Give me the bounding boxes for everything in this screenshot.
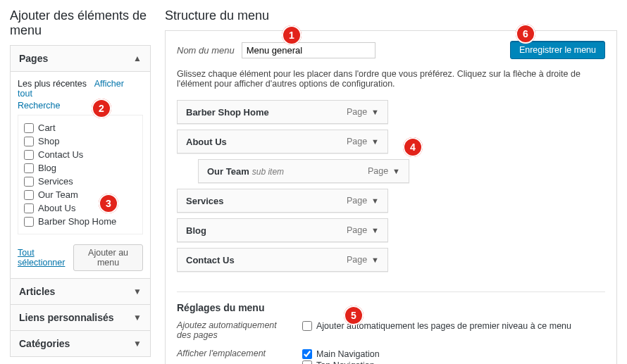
settings-heading: Réglages du menu <box>177 302 605 313</box>
page-item-label: Our Team <box>38 189 78 200</box>
drag-hint: Glissez chaque élément pour les placer d… <box>177 69 605 89</box>
page-item-label: Contact Us <box>38 149 83 160</box>
auto-add-checkbox[interactable] <box>302 321 312 331</box>
page-item[interactable]: Shop <box>24 134 137 148</box>
menu-item-title: Services <box>186 196 224 206</box>
location-label: Top Navigation <box>316 360 375 364</box>
chevron-down-icon: ▼ <box>392 167 400 175</box>
page-item[interactable]: Services <box>24 175 137 188</box>
accordion-articles[interactable]: Articles ▼ <box>10 279 151 305</box>
accordion-pages[interactable]: Pages ▲ Les plus récentes Afficher tout … <box>10 45 151 279</box>
location-label: Main Navigation <box>316 349 380 359</box>
page-checkbox[interactable] <box>24 150 34 160</box>
tab-search[interactable]: Recherche <box>18 101 60 111</box>
page-item-label: Blog <box>38 163 56 173</box>
page-checkbox[interactable] <box>24 177 34 187</box>
pages-list: Cart Shop Contact Us Blog Services Our T… <box>18 115 143 234</box>
page-checkbox[interactable] <box>24 123 34 133</box>
menu-name-label: Nom du menu <box>177 45 235 56</box>
menu-item-type: Page <box>347 225 367 235</box>
menu-sub-item[interactable]: Our Teamsub item Page▼ <box>198 159 409 183</box>
chevron-down-icon: ▼ <box>133 313 142 322</box>
auto-add-label: Ajoutez automatiquement des pages <box>177 320 290 340</box>
location-checkbox[interactable] <box>302 360 312 364</box>
menu-item-type: Page <box>347 196 367 206</box>
menu-item[interactable]: About Us Page▼ <box>177 130 388 153</box>
menu-item-title: Our Team <box>207 166 249 177</box>
menu-item-type: Page <box>347 107 367 117</box>
page-item-label: Services <box>38 176 73 187</box>
menu-item-title: About Us <box>186 137 227 147</box>
menu-structure-list: Barber Shop Home Page▼ About Us Page▼ Ou… <box>177 100 605 272</box>
menu-item-title: Blog <box>186 225 206 236</box>
accordion-categories-title: Catégories <box>19 338 70 349</box>
menu-item[interactable]: Barber Shop Home Page▼ <box>177 100 388 124</box>
accordion-articles-title: Articles <box>19 286 55 297</box>
save-menu-button[interactable]: Enregistrer le menu <box>510 41 605 59</box>
menu-item-type: Page <box>368 166 388 176</box>
page-item[interactable]: Contact Us <box>24 148 137 161</box>
accordion-links-title: Liens personnalisés <box>19 312 114 323</box>
menu-item-title: Contact Us <box>186 255 235 265</box>
page-checkbox[interactable] <box>24 163 34 173</box>
chevron-down-icon: ▼ <box>371 196 379 205</box>
location-option[interactable]: Top Navigation <box>302 360 415 364</box>
page-item-label: Cart <box>38 123 56 133</box>
tab-recent[interactable]: Les plus récentes <box>18 79 87 89</box>
chevron-down-icon: ▼ <box>371 108 379 116</box>
divider <box>177 291 605 292</box>
menu-item[interactable]: Services Page▼ <box>177 189 388 213</box>
add-items-heading: Ajouter des éléments de menu <box>10 8 151 38</box>
chevron-down-icon: ▼ <box>371 137 379 146</box>
menu-name-input[interactable] <box>242 42 375 58</box>
page-item[interactable]: Blog <box>24 161 137 175</box>
menu-item[interactable]: Blog Page▼ <box>177 218 388 242</box>
page-item[interactable]: About Us <box>24 201 137 215</box>
select-all-link[interactable]: Tout sélectionner <box>18 248 73 268</box>
accordion-categories[interactable]: Catégories ▼ <box>10 331 151 357</box>
menu-item-title: Barber Shop Home <box>186 107 269 118</box>
accordion-pages-title: Pages <box>19 53 48 64</box>
display-location-label: Afficher l'emplacement <box>177 349 290 364</box>
accordion-custom-links[interactable]: Liens personnalisés ▼ <box>10 305 151 331</box>
page-checkbox[interactable] <box>24 217 34 227</box>
chevron-down-icon: ▼ <box>371 256 379 264</box>
add-to-menu-button[interactable]: Ajouter au menu <box>73 244 143 271</box>
page-item[interactable]: Barber Shop Home <box>24 215 137 228</box>
page-item-label: Shop <box>38 136 59 146</box>
page-item[interactable]: Cart <box>24 121 137 134</box>
menu-item[interactable]: Contact Us Page▼ <box>177 248 388 272</box>
auto-add-checkbox-row[interactable]: Ajouter automatiquement les pages de pre… <box>302 320 571 332</box>
page-item[interactable]: Our Team <box>24 188 137 201</box>
page-checkbox[interactable] <box>24 190 34 200</box>
chevron-up-icon: ▲ <box>133 54 142 63</box>
location-checkbox[interactable] <box>302 349 312 359</box>
auto-add-text: Ajouter automatiquement les pages de pre… <box>316 321 571 331</box>
structure-heading: Structure du menu <box>165 8 617 23</box>
page-item-label: About Us <box>38 203 75 213</box>
chevron-down-icon: ▼ <box>133 339 142 349</box>
page-item-label: Barber Shop Home <box>38 216 116 227</box>
page-checkbox[interactable] <box>24 203 34 213</box>
chevron-down-icon: ▼ <box>133 287 142 296</box>
menu-subitem-label: sub item <box>252 167 284 177</box>
chevron-down-icon: ▼ <box>371 226 379 234</box>
menu-item-type: Page <box>347 255 367 265</box>
menu-item-type: Page <box>347 137 367 146</box>
locations-list: Main Navigation Top Navigation Mobile Na… <box>302 349 415 364</box>
page-checkbox[interactable] <box>24 137 34 146</box>
location-option[interactable]: Main Navigation <box>302 349 415 360</box>
